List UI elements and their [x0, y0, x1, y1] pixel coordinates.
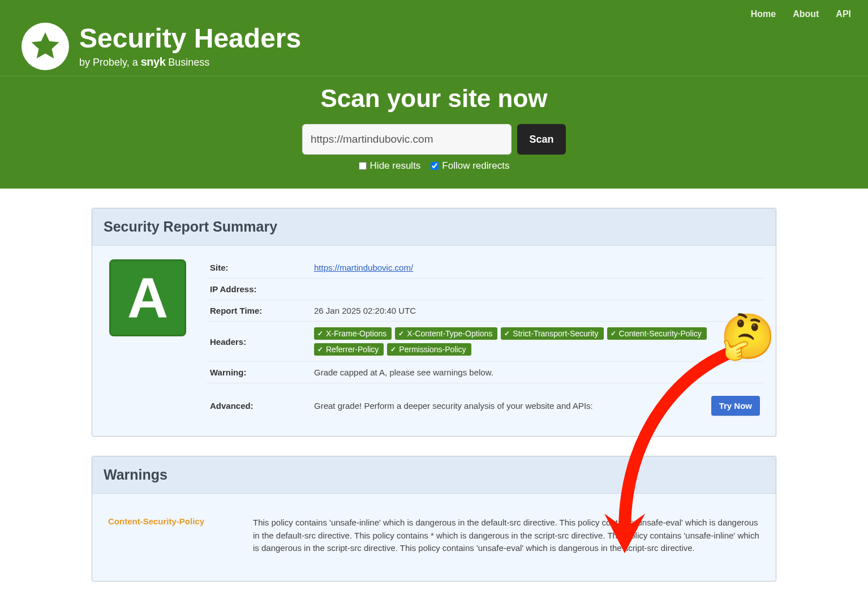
header-pill: Content-Security-Policy: [607, 327, 707, 340]
warning-value: Grade capped at A, please see warnings b…: [314, 368, 760, 377]
url-input[interactable]: [302, 124, 512, 155]
summary-panel: Security Report Summary A Site: https://…: [92, 208, 776, 437]
header-pill: X-Content-Type-Options: [395, 327, 497, 340]
try-now-button[interactable]: Try Now: [711, 396, 760, 416]
warnings-panel-head: Warnings: [92, 456, 776, 494]
hide-results-option[interactable]: Hide results: [359, 160, 421, 172]
site-label: Site:: [210, 263, 314, 272]
top-nav: Home About API: [751, 6, 851, 19]
hide-results-checkbox[interactable]: [359, 162, 367, 170]
nav-about[interactable]: About: [793, 9, 819, 19]
advanced-text: Great grade! Perform a deeper security a…: [314, 401, 593, 411]
header-pill: Permissions-Policy: [387, 343, 471, 356]
warnings-panel: Warnings Content-Security-PolicyThis pol…: [92, 456, 776, 582]
ip-label: IP Address:: [210, 284, 314, 294]
warning-label: Warning:: [210, 368, 314, 377]
scan-button[interactable]: Scan: [517, 124, 566, 155]
grade-badge: A: [109, 259, 186, 336]
header-pill: Strict-Transport-Security: [501, 327, 603, 340]
follow-redirects-option[interactable]: Follow redirects: [431, 160, 509, 172]
advanced-label: Advanced:: [210, 401, 314, 411]
follow-redirects-checkbox[interactable]: [431, 162, 439, 170]
topbar: Security Headers by Probely, a snyk Busi…: [0, 0, 868, 76]
nav-home[interactable]: Home: [751, 9, 776, 19]
scan-options: Hide results Follow redirects: [0, 160, 868, 172]
warning-name: Content-Security-Policy: [108, 516, 242, 555]
warning-row: Content-Security-PolicyThis policy conta…: [105, 505, 763, 566]
site-link[interactable]: https://martindubovic.com/: [314, 263, 413, 272]
headers-pill-list: X-Frame-OptionsX-Content-Type-OptionsStr…: [314, 327, 760, 356]
nav-api[interactable]: API: [836, 9, 851, 19]
header-pill: X-Frame-Options: [314, 327, 392, 340]
star-logo-icon: [22, 23, 69, 70]
summary-panel-head: Security Report Summary: [92, 208, 776, 246]
brand-title: Security Headers: [79, 25, 301, 52]
headers-label: Headers:: [210, 337, 314, 347]
warnings-heading: Warnings: [104, 467, 764, 483]
summary-heading: Security Report Summary: [104, 219, 764, 235]
warning-text: This policy contains 'unsafe-inline' whi…: [253, 516, 760, 555]
hero-section: Security Headers by Probely, a snyk Busi…: [0, 0, 868, 189]
brand-subtitle: by Probely, a snyk Business: [79, 55, 301, 69]
header-pill: Referrer-Policy: [314, 343, 384, 356]
scan-title: Scan your site now: [0, 84, 868, 113]
brand: Security Headers by Probely, a snyk Busi…: [17, 6, 301, 76]
report-time-value: 26 Jan 2025 02:20:40 UTC: [314, 306, 760, 315]
report-time-label: Report Time:: [210, 306, 314, 315]
summary-table: Site: https://martindubovic.com/ IP Addr…: [207, 257, 763, 421]
scan-form: Scan: [0, 124, 868, 155]
